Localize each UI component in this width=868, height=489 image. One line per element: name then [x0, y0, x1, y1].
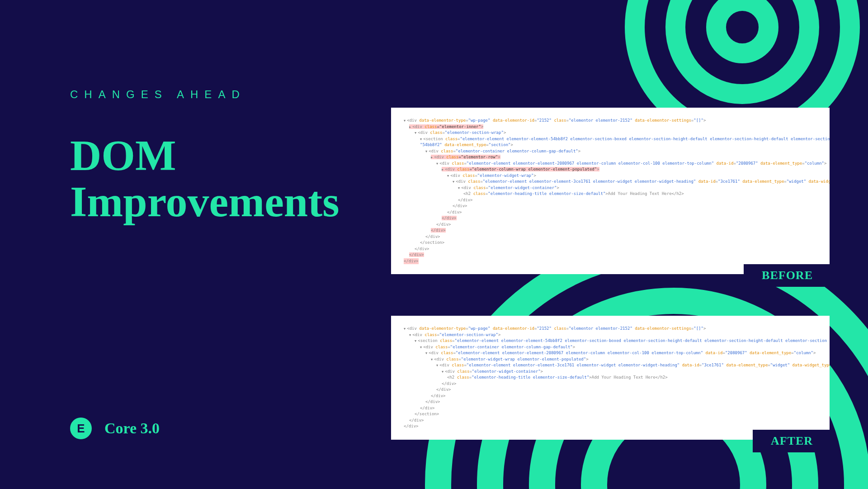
eyebrow-text: CHANGES AHEAD [70, 88, 340, 101]
page-title: DOMImprovements [70, 133, 340, 225]
after-label: AFTER [753, 430, 831, 452]
before-label: BEFORE [744, 264, 831, 287]
elementor-logo-icon: E [70, 418, 92, 439]
version-label: Core 3.0 [104, 420, 160, 437]
code-panel-before: <div data-elementor-type="wp-page" data-… [391, 108, 830, 274]
code-panel-after: <div data-elementor-type="wp-page" data-… [391, 316, 830, 440]
